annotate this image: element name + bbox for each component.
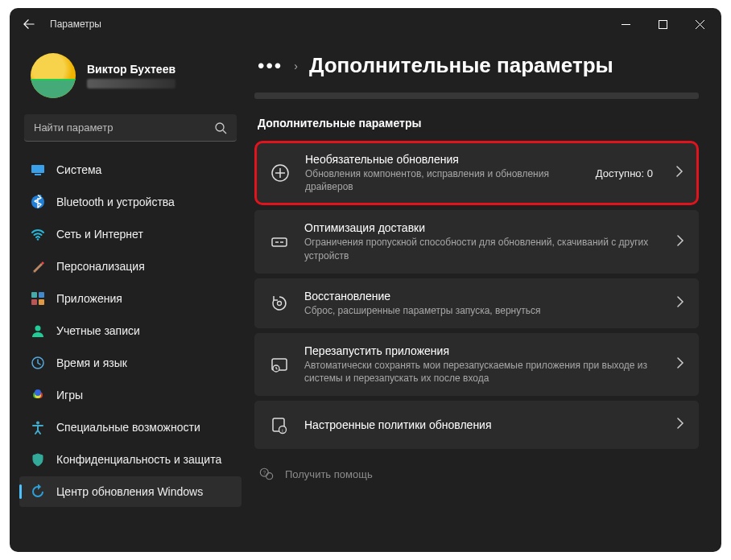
sidebar-item-1[interactable]: Bluetooth и устройства: [19, 187, 242, 217]
card-body: Оптимизация доставки Ограничения пропуск…: [304, 221, 654, 261]
card-subtitle: Сброс, расширенные параметры запуска, ве…: [304, 304, 654, 317]
chevron-right-icon: ›: [294, 60, 298, 72]
card-body: Восстановление Сброс, расширенные параме…: [304, 290, 654, 317]
svg-rect-18: [272, 238, 287, 246]
sidebar-item-label: Учетные записи: [56, 324, 140, 337]
settings-card-0[interactable]: Необязательные обновления Обновления ком…: [254, 141, 699, 205]
sidebar-item-0[interactable]: Система: [19, 154, 242, 185]
card-title: Оптимизация доставки: [304, 221, 654, 234]
sidebar-item-8[interactable]: Специальные возможности: [19, 412, 242, 443]
chevron-right-icon: [676, 296, 684, 311]
plus-icon: [270, 163, 291, 183]
chevron-right-icon: [676, 418, 684, 432]
close-button[interactable]: [681, 8, 718, 40]
svg-rect-7: [39, 292, 44, 298]
chevron-right-icon: [676, 235, 684, 249]
card-subtitle: Автоматически сохранять мои перезапускае…: [304, 359, 654, 385]
svg-rect-8: [31, 299, 37, 305]
card-body: Настроенные политики обновления: [304, 418, 654, 431]
svg-point-19: [278, 301, 282, 305]
search-box[interactable]: [24, 114, 237, 142]
search-input[interactable]: [34, 121, 214, 134]
sidebar-item-label: Сеть и Интернет: [56, 228, 143, 241]
sidebar-item-5[interactable]: Учетные записи: [19, 315, 242, 346]
sidebar: Виктор Бухтеев СистемаBluetooth и устрой…: [10, 40, 251, 552]
avatar: [31, 53, 76, 98]
svg-rect-9: [39, 299, 44, 305]
progress-strip: [254, 93, 699, 99]
sidebar-item-10[interactable]: Центр обновления Windows: [19, 476, 242, 507]
svg-point-16: [36, 422, 39, 425]
get-help-link[interactable]: ? Получить помощь: [254, 454, 699, 494]
sidebar-item-2[interactable]: Сеть и Интернет: [19, 219, 242, 249]
restart-icon: [269, 354, 290, 375]
card-subtitle: Ограничения пропускной способности для о…: [304, 236, 654, 261]
svg-rect-0: [659, 20, 667, 28]
settings-card-4[interactable]: i Настроенные политики обновления: [254, 401, 699, 449]
close-icon: [696, 20, 704, 29]
sidebar-item-4[interactable]: Приложения: [19, 283, 242, 314]
svg-point-15: [35, 389, 41, 396]
bluetooth-icon: [31, 195, 45, 209]
help-label: Получить помощь: [285, 468, 373, 480]
nav-list: СистемаBluetooth и устройстваСеть и Инте…: [16, 154, 245, 507]
svg-rect-6: [31, 292, 37, 298]
card-title: Восстановление: [304, 290, 654, 303]
settings-window: Параметры Виктор Бухтеев СистемаBluetoot…: [10, 8, 721, 552]
games-icon: [31, 388, 45, 402]
sidebar-item-label: Время и язык: [56, 356, 127, 369]
apps-icon: [31, 291, 45, 306]
back-button[interactable]: [13, 8, 45, 40]
sidebar-item-7[interactable]: Игры: [19, 380, 242, 410]
card-subtitle: Обновления компонентов, исправления и об…: [305, 167, 581, 193]
main-content: ••• › Дополнительные параметры Дополните…: [251, 40, 721, 552]
section-header: Дополнительные параметры: [254, 117, 699, 130]
window-controls: [607, 8, 718, 40]
accounts-icon: [31, 323, 45, 338]
profile-block[interactable]: Виктор Бухтеев: [16, 42, 245, 113]
card-title: Перезапустить приложения: [304, 344, 654, 357]
chevron-right-icon: [676, 357, 684, 372]
sidebar-item-9[interactable]: Конфиденциальность и защита: [19, 444, 242, 475]
card-body: Необязательные обновления Обновления ком…: [305, 153, 581, 193]
sidebar-item-3[interactable]: Персонализация: [19, 251, 242, 282]
profile-name: Виктор Бухтеев: [87, 63, 176, 76]
settings-card-1[interactable]: Оптимизация доставки Ограничения пропуск…: [254, 210, 699, 273]
svg-point-10: [35, 326, 41, 331]
system-icon: [31, 163, 45, 177]
svg-point-1: [216, 123, 224, 131]
sidebar-item-label: Приложения: [56, 292, 122, 305]
update-icon: [31, 484, 45, 499]
svg-point-26: [266, 473, 273, 480]
svg-point-5: [37, 238, 39, 241]
policy-icon: i: [269, 414, 290, 435]
window-title: Параметры: [50, 19, 101, 30]
minimize-button[interactable]: [607, 8, 644, 40]
sidebar-item-label: Персонализация: [56, 260, 145, 273]
chevron-right-icon: [675, 166, 684, 180]
recovery-icon: [269, 293, 290, 314]
breadcrumb: ••• › Дополнительные параметры: [254, 40, 699, 81]
minimize-icon: [622, 20, 630, 29]
maximize-icon: [659, 20, 667, 29]
sidebar-item-label: Центр обновления Windows: [56, 485, 203, 498]
sidebar-item-label: Bluetooth и устройства: [56, 196, 175, 208]
sidebar-item-label: Конфиденциальность и защита: [56, 453, 221, 466]
sidebar-item-6[interactable]: Время и язык: [19, 348, 242, 378]
search-icon: [214, 121, 227, 134]
wifi-icon: [31, 227, 45, 241]
maximize-button[interactable]: [644, 8, 681, 40]
help-icon: ?: [259, 467, 274, 481]
sidebar-item-label: Система: [56, 163, 101, 176]
titlebar: Параметры: [10, 8, 721, 40]
settings-card-2[interactable]: Восстановление Сброс, расширенные параме…: [254, 278, 699, 328]
sidebar-item-label: Игры: [56, 389, 83, 401]
privacy-icon: [31, 452, 45, 467]
profile-email-redacted: [87, 79, 176, 89]
svg-text:i: i: [282, 428, 283, 433]
personalize-icon: [31, 259, 45, 274]
settings-card-3[interactable]: Перезапустить приложения Автоматически с…: [254, 333, 699, 396]
time-icon: [31, 356, 45, 370]
card-title: Необязательные обновления: [305, 153, 581, 166]
accessibility-icon: [31, 420, 45, 434]
